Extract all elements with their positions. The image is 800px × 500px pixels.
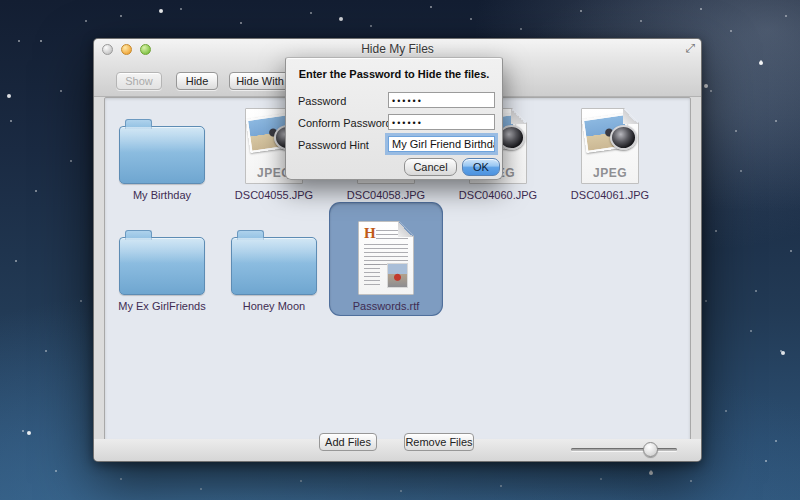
cancel-button[interactable]: Cancel [404, 158, 457, 176]
file-label: My Birthday [133, 189, 191, 202]
slider-track[interactable] [571, 448, 677, 451]
page-fold [511, 109, 526, 124]
password-label: Password [298, 95, 346, 107]
password-dialog: Enter the Password to Hide the files. Pa… [285, 57, 503, 180]
password-dots: •••••• [392, 96, 423, 106]
page-fold [398, 222, 413, 237]
file-label: DSC04061.JPG [571, 189, 649, 202]
folder-icon [119, 237, 205, 295]
title-bar[interactable]: Hide My Files ⤢ [94, 39, 701, 59]
icon-size-slider[interactable] [571, 441, 677, 457]
dropcap-letter: H [364, 226, 376, 241]
password-dots: •••••• [392, 118, 423, 128]
page-fold [623, 109, 638, 124]
file-label: DSC04055.JPG [235, 189, 313, 202]
confirm-password-input[interactable]: •••••• [388, 114, 495, 130]
file-row-2: My Ex GirlFriends Honey Moon H [106, 203, 690, 315]
password-hint-label: Password Hint [298, 139, 369, 151]
remove-files-button[interactable]: Remove Files [404, 433, 474, 451]
hint-text: My Girl Friend Birthday [392, 138, 495, 150]
ok-button[interactable]: OK [462, 158, 500, 176]
slider-thumb[interactable] [643, 442, 658, 457]
file-item[interactable]: JPEG DSC04061.JPG [554, 106, 666, 202]
file-item-selected[interactable]: H Passwords.rtf [330, 203, 442, 315]
file-item[interactable]: Honey Moon [218, 203, 330, 315]
file-item[interactable]: My Birthday [106, 106, 218, 202]
add-files-button[interactable]: Add Files [319, 433, 377, 451]
jpeg-file-icon: JPEG [581, 108, 639, 184]
file-label: My Ex GirlFriends [118, 300, 205, 313]
camera-lens-icon [610, 125, 637, 150]
file-label: DSC04058.JPG [347, 189, 425, 202]
file-item[interactable]: My Ex GirlFriends [106, 203, 218, 315]
bottom-bar: Add Files Remove Files [94, 439, 701, 461]
file-label: Honey Moon [243, 300, 305, 313]
window-title: Hide My Files [94, 42, 701, 56]
file-label: Passwords.rtf [353, 300, 420, 313]
dialog-title: Enter the Password to Hide the files. [286, 68, 502, 80]
rtf-file-icon: H [358, 221, 414, 295]
inline-photo [387, 263, 408, 288]
starfield-bright [0, 0, 2, 2]
folder-icon [119, 126, 205, 184]
hide-button[interactable]: Hide [176, 72, 218, 90]
text-lines [364, 264, 380, 286]
password-hint-input[interactable]: My Girl Friend Birthday [388, 136, 495, 152]
confirm-password-label: Conform Password [298, 117, 392, 129]
folder-icon [231, 237, 317, 295]
show-button[interactable]: Show [116, 72, 162, 90]
fullscreen-icon[interactable]: ⤢ [685, 41, 695, 55]
jpeg-badge: JPEG [582, 166, 638, 180]
file-label: DSC04060.JPG [459, 189, 537, 202]
password-input[interactable]: •••••• [388, 92, 495, 108]
